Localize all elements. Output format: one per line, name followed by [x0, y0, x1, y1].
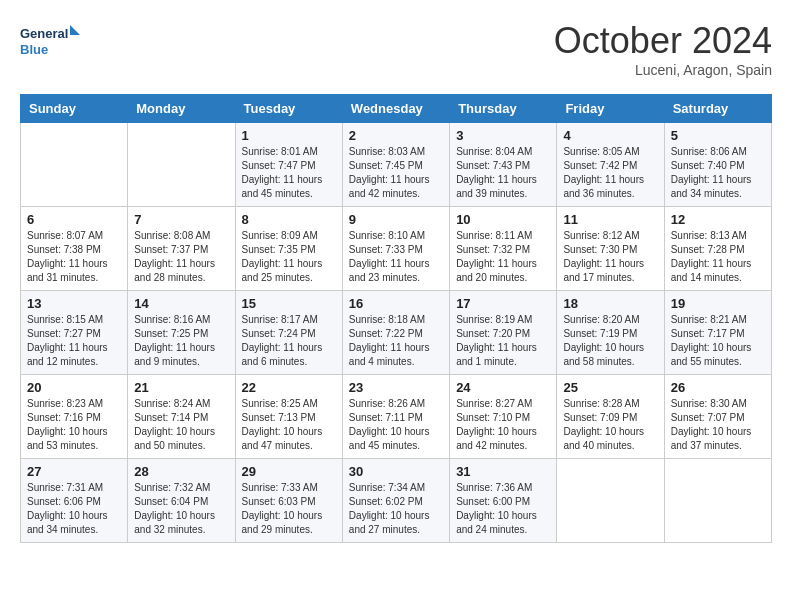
day-number: 25 [563, 380, 657, 395]
day-number: 12 [671, 212, 765, 227]
cell-info: Sunrise: 8:12 AM Sunset: 7:30 PM Dayligh… [563, 229, 657, 285]
cell-info: Sunrise: 8:28 AM Sunset: 7:09 PM Dayligh… [563, 397, 657, 453]
calendar-cell: 21Sunrise: 8:24 AM Sunset: 7:14 PM Dayli… [128, 375, 235, 459]
cell-info: Sunrise: 8:08 AM Sunset: 7:37 PM Dayligh… [134, 229, 228, 285]
calendar-cell: 13Sunrise: 8:15 AM Sunset: 7:27 PM Dayli… [21, 291, 128, 375]
calendar-cell: 2Sunrise: 8:03 AM Sunset: 7:45 PM Daylig… [342, 123, 449, 207]
day-number: 17 [456, 296, 550, 311]
cell-info: Sunrise: 7:32 AM Sunset: 6:04 PM Dayligh… [134, 481, 228, 537]
day-number: 24 [456, 380, 550, 395]
calendar-row: 6Sunrise: 8:07 AM Sunset: 7:38 PM Daylig… [21, 207, 772, 291]
cell-info: Sunrise: 8:06 AM Sunset: 7:40 PM Dayligh… [671, 145, 765, 201]
day-number: 9 [349, 212, 443, 227]
cell-info: Sunrise: 8:01 AM Sunset: 7:47 PM Dayligh… [242, 145, 336, 201]
calendar-cell: 29Sunrise: 7:33 AM Sunset: 6:03 PM Dayli… [235, 459, 342, 543]
calendar-cell: 17Sunrise: 8:19 AM Sunset: 7:20 PM Dayli… [450, 291, 557, 375]
calendar-cell: 18Sunrise: 8:20 AM Sunset: 7:19 PM Dayli… [557, 291, 664, 375]
day-number: 27 [27, 464, 121, 479]
cell-info: Sunrise: 7:31 AM Sunset: 6:06 PM Dayligh… [27, 481, 121, 537]
calendar-header: SundayMondayTuesdayWednesdayThursdayFrid… [21, 95, 772, 123]
cell-info: Sunrise: 8:16 AM Sunset: 7:25 PM Dayligh… [134, 313, 228, 369]
title-section: October 2024 Luceni, Aragon, Spain [554, 20, 772, 78]
calendar-cell: 25Sunrise: 8:28 AM Sunset: 7:09 PM Dayli… [557, 375, 664, 459]
cell-info: Sunrise: 8:13 AM Sunset: 7:28 PM Dayligh… [671, 229, 765, 285]
calendar-row: 13Sunrise: 8:15 AM Sunset: 7:27 PM Dayli… [21, 291, 772, 375]
calendar-cell: 7Sunrise: 8:08 AM Sunset: 7:37 PM Daylig… [128, 207, 235, 291]
calendar-cell: 23Sunrise: 8:26 AM Sunset: 7:11 PM Dayli… [342, 375, 449, 459]
day-number: 31 [456, 464, 550, 479]
location-subtitle: Luceni, Aragon, Spain [554, 62, 772, 78]
day-number: 28 [134, 464, 228, 479]
calendar-cell: 6Sunrise: 8:07 AM Sunset: 7:38 PM Daylig… [21, 207, 128, 291]
day-number: 16 [349, 296, 443, 311]
calendar-row: 27Sunrise: 7:31 AM Sunset: 6:06 PM Dayli… [21, 459, 772, 543]
svg-text:Blue: Blue [20, 42, 48, 57]
calendar-cell: 8Sunrise: 8:09 AM Sunset: 7:35 PM Daylig… [235, 207, 342, 291]
cell-info: Sunrise: 8:15 AM Sunset: 7:27 PM Dayligh… [27, 313, 121, 369]
cell-info: Sunrise: 8:21 AM Sunset: 7:17 PM Dayligh… [671, 313, 765, 369]
day-number: 23 [349, 380, 443, 395]
day-number: 15 [242, 296, 336, 311]
calendar-row: 20Sunrise: 8:23 AM Sunset: 7:16 PM Dayli… [21, 375, 772, 459]
day-number: 10 [456, 212, 550, 227]
day-number: 11 [563, 212, 657, 227]
cell-info: Sunrise: 7:34 AM Sunset: 6:02 PM Dayligh… [349, 481, 443, 537]
calendar-cell: 16Sunrise: 8:18 AM Sunset: 7:22 PM Dayli… [342, 291, 449, 375]
cell-info: Sunrise: 8:05 AM Sunset: 7:42 PM Dayligh… [563, 145, 657, 201]
calendar-cell: 31Sunrise: 7:36 AM Sunset: 6:00 PM Dayli… [450, 459, 557, 543]
weekday-header: Friday [557, 95, 664, 123]
cell-info: Sunrise: 7:36 AM Sunset: 6:00 PM Dayligh… [456, 481, 550, 537]
day-number: 21 [134, 380, 228, 395]
calendar-cell: 1Sunrise: 8:01 AM Sunset: 7:47 PM Daylig… [235, 123, 342, 207]
day-number: 8 [242, 212, 336, 227]
cell-info: Sunrise: 8:23 AM Sunset: 7:16 PM Dayligh… [27, 397, 121, 453]
logo-svg: General Blue [20, 20, 80, 65]
svg-marker-2 [70, 25, 80, 35]
day-number: 29 [242, 464, 336, 479]
day-number: 20 [27, 380, 121, 395]
logo: General Blue [20, 20, 80, 65]
calendar-cell: 14Sunrise: 8:16 AM Sunset: 7:25 PM Dayli… [128, 291, 235, 375]
cell-info: Sunrise: 8:25 AM Sunset: 7:13 PM Dayligh… [242, 397, 336, 453]
weekday-header: Wednesday [342, 95, 449, 123]
cell-info: Sunrise: 8:03 AM Sunset: 7:45 PM Dayligh… [349, 145, 443, 201]
calendar-cell: 19Sunrise: 8:21 AM Sunset: 7:17 PM Dayli… [664, 291, 771, 375]
calendar-cell [557, 459, 664, 543]
calendar-cell: 27Sunrise: 7:31 AM Sunset: 6:06 PM Dayli… [21, 459, 128, 543]
cell-info: Sunrise: 8:24 AM Sunset: 7:14 PM Dayligh… [134, 397, 228, 453]
day-number: 19 [671, 296, 765, 311]
calendar-cell: 9Sunrise: 8:10 AM Sunset: 7:33 PM Daylig… [342, 207, 449, 291]
cell-info: Sunrise: 8:10 AM Sunset: 7:33 PM Dayligh… [349, 229, 443, 285]
weekday-header: Tuesday [235, 95, 342, 123]
day-number: 2 [349, 128, 443, 143]
day-number: 18 [563, 296, 657, 311]
weekday-header: Monday [128, 95, 235, 123]
cell-info: Sunrise: 8:18 AM Sunset: 7:22 PM Dayligh… [349, 313, 443, 369]
cell-info: Sunrise: 8:26 AM Sunset: 7:11 PM Dayligh… [349, 397, 443, 453]
calendar-cell: 3Sunrise: 8:04 AM Sunset: 7:43 PM Daylig… [450, 123, 557, 207]
day-number: 5 [671, 128, 765, 143]
calendar-cell: 28Sunrise: 7:32 AM Sunset: 6:04 PM Dayli… [128, 459, 235, 543]
calendar-cell [128, 123, 235, 207]
calendar-table: SundayMondayTuesdayWednesdayThursdayFrid… [20, 94, 772, 543]
calendar-row: 1Sunrise: 8:01 AM Sunset: 7:47 PM Daylig… [21, 123, 772, 207]
day-number: 1 [242, 128, 336, 143]
svg-text:General: General [20, 26, 68, 41]
calendar-cell: 20Sunrise: 8:23 AM Sunset: 7:16 PM Dayli… [21, 375, 128, 459]
calendar-cell: 15Sunrise: 8:17 AM Sunset: 7:24 PM Dayli… [235, 291, 342, 375]
header-row: SundayMondayTuesdayWednesdayThursdayFrid… [21, 95, 772, 123]
calendar-cell: 22Sunrise: 8:25 AM Sunset: 7:13 PM Dayli… [235, 375, 342, 459]
cell-info: Sunrise: 8:30 AM Sunset: 7:07 PM Dayligh… [671, 397, 765, 453]
cell-info: Sunrise: 8:20 AM Sunset: 7:19 PM Dayligh… [563, 313, 657, 369]
calendar-cell: 30Sunrise: 7:34 AM Sunset: 6:02 PM Dayli… [342, 459, 449, 543]
cell-info: Sunrise: 8:17 AM Sunset: 7:24 PM Dayligh… [242, 313, 336, 369]
day-number: 30 [349, 464, 443, 479]
calendar-cell: 5Sunrise: 8:06 AM Sunset: 7:40 PM Daylig… [664, 123, 771, 207]
calendar-cell: 24Sunrise: 8:27 AM Sunset: 7:10 PM Dayli… [450, 375, 557, 459]
calendar-cell: 26Sunrise: 8:30 AM Sunset: 7:07 PM Dayli… [664, 375, 771, 459]
day-number: 14 [134, 296, 228, 311]
calendar-cell: 12Sunrise: 8:13 AM Sunset: 7:28 PM Dayli… [664, 207, 771, 291]
cell-info: Sunrise: 8:11 AM Sunset: 7:32 PM Dayligh… [456, 229, 550, 285]
cell-info: Sunrise: 8:09 AM Sunset: 7:35 PM Dayligh… [242, 229, 336, 285]
day-number: 26 [671, 380, 765, 395]
